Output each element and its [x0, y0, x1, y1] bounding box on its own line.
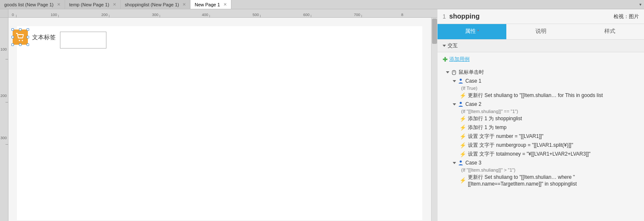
- case3-expand-icon[interactable]: [453, 162, 456, 164]
- case3-action1: ⚡ 更新行 Set shuliang to "[[Item.shulian… w…: [459, 173, 639, 188]
- case1-header: Case 1: [453, 77, 639, 85]
- action-text-3a: 更新行 Set shuliang to "[[Item.shulian… whe…: [468, 174, 639, 187]
- tab-goods-list[interactable]: goods list (New Page 1) ✕: [0, 0, 65, 9]
- ruler-tick-v-200: 200: [0, 94, 7, 98]
- ruler-line: [260, 15, 261, 17]
- case2-expand-icon[interactable]: [453, 103, 456, 105]
- case1-action1: ⚡ 更新行 Set shuliang to "[[Item.shulian… f…: [459, 91, 639, 100]
- ruler-tick-100: 100: [51, 13, 57, 17]
- case1-container: Case 1 (If True) ⚡ 更新行 Set shuliang to "…: [446, 77, 639, 100]
- lightning-icon-2d: ⚡: [459, 142, 466, 148]
- ruler-vertical: 100 200 300: [0, 18, 8, 221]
- event-expand-icon[interactable]: [446, 71, 449, 73]
- tab-new-page[interactable]: New Page 1 ✕: [190, 0, 231, 9]
- ruler-line-v: [5, 59, 8, 59]
- handle-ml[interactable]: [11, 36, 14, 38]
- person-icon-case1: [458, 78, 464, 84]
- handle-mr[interactable]: [27, 36, 29, 38]
- case3-container: Case 3 (If "[[Item.shuliang]]" > "1") ⚡ …: [446, 159, 639, 188]
- tab-properties-label: 属性: [465, 28, 476, 34]
- ruler-tick-200: 200: [101, 13, 108, 17]
- handle-br[interactable]: [27, 43, 29, 46]
- tab-close-new-page[interactable]: ✕: [223, 2, 227, 7]
- canvas-page[interactable]: [17, 26, 422, 220]
- tab-close-temp[interactable]: ✕: [113, 2, 116, 7]
- svg-point-4: [460, 79, 462, 81]
- text-input-box[interactable]: [60, 32, 106, 49]
- ruler-tick-v-100: 100: [0, 47, 7, 51]
- case2-actions: ⚡ 添加行 1 为 shoppinglist ⚡ 添加行 1 为 temp ⚡ …: [453, 114, 639, 159]
- ruler-tick-800: 8: [401, 13, 403, 17]
- case2-action4: ⚡ 设置 文字于 numbergroup = "[[LVAR1.split(¥)…: [459, 141, 639, 150]
- ruler-tick-700: 700: [354, 13, 360, 17]
- tab-description-label: 说明: [535, 28, 546, 34]
- add-example-row[interactable]: ✚ 添加用例: [437, 52, 644, 66]
- ruler-line: [311, 15, 311, 17]
- tab-properties[interactable]: 属性 *: [437, 24, 506, 39]
- ruler-line: [109, 15, 109, 17]
- lightning-icon-2a: ⚡: [459, 116, 466, 122]
- event-header-row: 鼠标单击时: [446, 68, 639, 77]
- ruler-tick-400: 400: [202, 13, 208, 17]
- ruler-tick-v-300: 300: [0, 136, 7, 140]
- scrollbar-thumb[interactable]: [432, 19, 437, 44]
- tab-close-goods-list[interactable]: ✕: [57, 2, 60, 7]
- handle-bm[interactable]: [19, 43, 22, 46]
- case2-action2: ⚡ 添加行 1 为 temp: [459, 123, 639, 132]
- add-example-link[interactable]: 添加用例: [449, 56, 470, 63]
- case3-actions: ⚡ 更新行 Set shuliang to "[[Item.shulian… w…: [453, 173, 639, 188]
- panel-header: 1 shopping 检视：图片: [437, 9, 644, 24]
- tab-description[interactable]: 说明: [506, 24, 575, 39]
- widget-icon-bg: [13, 30, 28, 45]
- vertical-scrollbar[interactable]: [431, 18, 437, 221]
- ruler-line: [160, 15, 160, 17]
- ruler-line: [16, 15, 16, 17]
- ruler-line: [58, 15, 59, 17]
- ruler-tick-300: 300: [152, 13, 158, 17]
- lightning-icon-2c: ⚡: [459, 133, 466, 140]
- case1-condition: (If True): [459, 86, 478, 91]
- ruler-line-v: [5, 102, 8, 102]
- panel-title: shopping: [449, 13, 480, 20]
- handle-tl[interactable]: [11, 28, 14, 31]
- tab-dropdown-button[interactable]: ▾: [637, 0, 644, 9]
- case3-condition-row: (If "[[Item.shuliang]]" > "1"): [453, 167, 639, 173]
- section-interaction-label: 交互: [448, 42, 458, 49]
- action-text-2c: 设置 文字于 number = "[[LVAR1]]": [468, 133, 543, 140]
- handle-tr[interactable]: [27, 28, 29, 31]
- person-icon-case3: [458, 160, 464, 166]
- lightning-icon-2b: ⚡: [459, 124, 466, 131]
- shopping-cart-widget[interactable]: [13, 30, 28, 45]
- canvas-content: 文本标签: [8, 18, 437, 221]
- action-text-1: 更新行 Set shuliang to "[[Item.shulian… for…: [468, 92, 603, 99]
- case2-action5: ⚡ 设置 文字于 totalmoney = "¥[[LVAR1+LVAR2+LV…: [459, 150, 639, 159]
- tab-style[interactable]: 样式: [575, 24, 644, 39]
- tab-close-shoppinglist[interactable]: ✕: [182, 2, 186, 7]
- lightning-icon-1: ⚡: [459, 92, 466, 99]
- case3-header: Case 3: [453, 159, 639, 167]
- tab-shoppinglist[interactable]: shoppinglist (New Page 1) ✕: [121, 0, 190, 9]
- ruler-tick-0: 0: [12, 13, 14, 17]
- case1-actions: ⚡ 更新行 Set shuliang to "[[Item.shulian… f…: [453, 91, 639, 100]
- section-interaction-header[interactable]: 交互: [437, 40, 644, 52]
- action-text-2a: 添加行 1 为 shoppinglist: [468, 115, 522, 122]
- case1-expand-icon[interactable]: [453, 80, 456, 82]
- tab-asterisk: *: [477, 29, 479, 34]
- lightning-icon-3a: ⚡: [459, 177, 466, 183]
- widget-container[interactable]: 文本标签: [13, 30, 106, 49]
- handle-bl[interactable]: [11, 43, 14, 46]
- case2-label: Case 2: [465, 101, 481, 107]
- section-toggle-icon: [443, 45, 446, 47]
- panel-view-label: 检视：图片: [614, 13, 639, 20]
- case2-header: Case 2: [453, 100, 639, 108]
- tab-label: shoppinglist (New Page 1): [125, 2, 179, 7]
- tab-temp[interactable]: temp (New Page 1) ✕: [65, 0, 121, 9]
- svg-point-6: [460, 161, 462, 163]
- text-label: 文本标签: [32, 34, 56, 41]
- tab-label: goods list (New Page 1): [4, 2, 54, 7]
- panel-content: 交互 ✚ 添加用例 鼠标单击时: [437, 40, 644, 221]
- ruler-tick-500: 500: [253, 13, 259, 17]
- ruler-corner: [0, 9, 8, 18]
- handle-tm[interactable]: [19, 28, 22, 31]
- ruler-tick-600: 600: [303, 13, 310, 17]
